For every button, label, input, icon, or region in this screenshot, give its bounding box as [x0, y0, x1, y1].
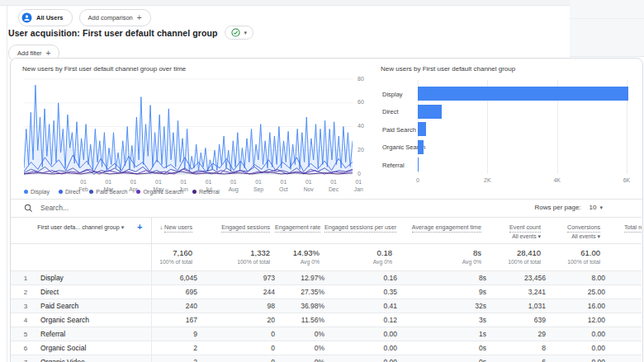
x-axis-tick-label: 01Oct [269, 179, 297, 194]
metric-cell: 0% [275, 327, 324, 341]
audience-icon [21, 12, 32, 23]
channel-name: Organic Search [40, 313, 151, 327]
line-chart-title: New users by First user default channel … [22, 65, 379, 73]
x-axis-tick-label: 0 [416, 177, 419, 183]
totals-row: 7,160100% of total1,332100% of total14.9… [11, 244, 642, 271]
metric-cell: 244 [197, 285, 275, 299]
y-axis-tick-label: 60 [358, 99, 377, 105]
metric-cell: 0.00 [546, 341, 605, 355]
metric-cell: 36.98% [275, 299, 324, 313]
x-axis-tick-label: 01Jan [344, 179, 372, 194]
table-toolbar: Search... Rows per page: 10 ▾ [11, 200, 642, 217]
row-index: 5 [11, 327, 40, 341]
table-row: 1Display6,04597312.97%0.168s23,4568.00 [11, 271, 642, 285]
column-header-new-users[interactable]: ↓ New users [151, 218, 197, 244]
window-top-edge [0, 0, 570, 6]
metric-cell: 20 [197, 313, 275, 327]
row-index: 7 [11, 355, 40, 362]
x-axis-tick-label: 01Aug [220, 179, 248, 194]
totals-metric-cell: 61.00100% of total [546, 244, 605, 271]
report-title-row: User acquisition: First user default cha… [8, 26, 253, 40]
legend-dot-icon [59, 190, 63, 194]
x-axis-tick-label: 01Nov [295, 179, 323, 194]
metric-cell: 0 [197, 355, 275, 362]
metric-cell: 0s [397, 341, 486, 355]
bar-category-label: Display [382, 91, 403, 98]
chevron-down-icon: ▾ [244, 30, 248, 35]
metric-cell: 29 [486, 327, 546, 341]
bar-category-label: Referral [382, 162, 405, 169]
row-index: 1 [11, 271, 40, 285]
legend-item: Direct [59, 189, 80, 195]
chevron-down-icon: ▾ [537, 233, 541, 239]
event-filter-select[interactable]: All events ▾ [546, 233, 600, 239]
metric-cell: 1,031 [486, 299, 546, 313]
totals-metric-cell: 1,332100% of total [197, 244, 275, 271]
channel-name: Display [40, 271, 151, 285]
x-axis-tick-label: 01Dec [320, 179, 348, 194]
metric-cell: 1s [397, 327, 486, 341]
metric-cell: 167 [151, 313, 197, 327]
metric-cell: 0.16 [324, 271, 397, 285]
add-comparison-chip[interactable]: Add comparison + [79, 9, 151, 26]
y-axis-tick-label: 80 [358, 76, 377, 82]
all-users-label: All Users [36, 14, 64, 21]
y-axis-tick-label: 0 [358, 171, 377, 176]
report-status-pill[interactable]: ▾ [225, 26, 254, 40]
bar-chart-title: New users by First user default channel … [381, 65, 642, 73]
plus-icon: + [137, 14, 142, 22]
column-header-engagement-rate[interactable]: Engagement rate [275, 218, 324, 244]
legend-dot-icon [192, 190, 197, 194]
legend-item: Paid Search [89, 189, 127, 195]
metric-cell: 98 [197, 299, 275, 313]
metric-cell: 973 [197, 271, 275, 285]
line-chart-legend: DisplayDirectPaid SearchOrganic SearchRe… [24, 189, 220, 195]
rows-per-page-select[interactable]: 10 ▾ [590, 204, 603, 211]
column-header-engaged-sessions[interactable]: Engaged sessions [197, 218, 275, 244]
channel-name: Organic Social [40, 341, 151, 355]
column-header-total-revenue[interactable]: Total revenue [605, 218, 642, 244]
bar [418, 122, 426, 136]
metric-cell: 2 [151, 355, 197, 362]
add-filter-label: Add filter [17, 49, 42, 57]
column-header-engaged-sessions-per-user[interactable]: Engaged sessions per user [324, 218, 397, 244]
metric-cell: 2 [151, 341, 197, 355]
y-axis-tick-label: 40 [358, 123, 377, 129]
right-panel-divider [570, 18, 644, 19]
table-row: 4Organic Search1672011.56%0.123s63912.00 [11, 313, 642, 327]
metric-cell: 12.00 [546, 313, 605, 327]
table-row: 6Organic Social200%0.000s80.00 [11, 341, 642, 355]
search-input[interactable]: Search... [40, 204, 69, 212]
column-header-event-count[interactable]: Event countAll events ▾ [486, 218, 546, 244]
metric-cell: 12.97% [275, 271, 324, 285]
metric-cell: 32s [397, 299, 486, 313]
legend-item: Display [24, 189, 50, 195]
table-row: 5Referral900%0.001s290.00 [11, 327, 642, 341]
metric-cell: 16.00 [546, 299, 605, 313]
metric-cell: 6,045 [151, 271, 197, 285]
add-column-button[interactable]: + [137, 223, 142, 232]
chevron-down-icon: ▾ [121, 224, 125, 230]
table-row: 2Direct69524427.35%0.359s3,24125.00 [11, 285, 642, 299]
metric-cell: 0s [397, 355, 486, 362]
acquisition-table: First user defa... channel group ▾+↓ New… [11, 217, 642, 362]
metric-cell: 25.00 [546, 285, 605, 299]
metric-cell: 9s [397, 285, 486, 299]
rows-per-page-label: Rows per page: [535, 204, 581, 211]
y-axis-tick-label: 20 [358, 147, 377, 153]
all-users-chip[interactable]: All Users [18, 9, 73, 26]
metric-cell: 3s [397, 313, 486, 327]
metric-cell: 8s [397, 271, 486, 285]
x-axis-tick-label: 4K [553, 177, 561, 183]
dimension-header-label: First user defa... channel group [37, 223, 119, 231]
bar [418, 105, 442, 119]
bar [418, 87, 628, 101]
x-axis-tick-label: 01Sep [244, 179, 272, 194]
event-filter-select[interactable]: All events ▾ [486, 233, 541, 239]
column-header-conversions[interactable]: ConversionsAll events ▾ [546, 218, 605, 244]
metric-cell: 23,456 [486, 271, 546, 285]
totals-metric-cell: 14.93%Avg 0% [275, 244, 324, 271]
column-header-dimension[interactable]: First user defa... channel group ▾+ [11, 218, 151, 244]
legend-item: Referral [192, 189, 220, 195]
column-header-average-engagement-time[interactable]: Average engagement time [397, 218, 486, 244]
